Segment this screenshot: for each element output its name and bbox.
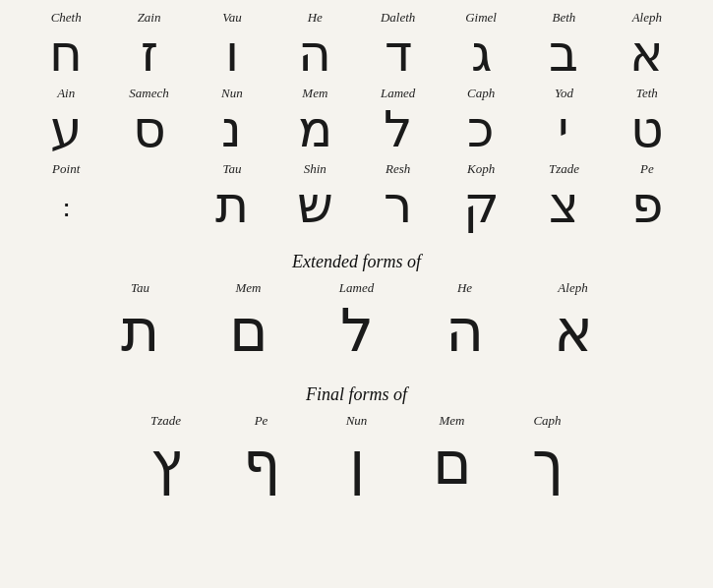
label-cheth: Cheth: [25, 10, 107, 26]
fin-glyph-pe: ף: [213, 429, 309, 500]
ext-glyph-tau: ת: [87, 296, 195, 367]
label-aleph: Aleph: [606, 10, 688, 26]
label-ain: Ain: [25, 86, 107, 101]
glyph-beth: ב: [522, 26, 605, 82]
row1-glyphs: ח ז ו ה ד ג ב א: [20, 26, 693, 82]
extended-title: Extended forms of: [20, 252, 693, 272]
final-labels: Tzade Pe Nun Mem Caph: [20, 413, 693, 429]
glyph-vau: ו: [191, 26, 273, 82]
label-mem: Mem: [273, 86, 356, 101]
label-teth: Teth: [606, 86, 688, 101]
label-resh: Resh: [357, 161, 440, 177]
label-koph: Koph: [440, 161, 522, 177]
ext-glyph-lamed: ל: [303, 296, 411, 367]
glyph-daleth: ד: [357, 26, 440, 82]
label-zain: Zain: [107, 10, 190, 26]
fin-label-nun: Nun: [309, 413, 404, 429]
ext-glyph-aleph: א: [519, 296, 627, 367]
glyph-tau: ת: [191, 177, 273, 233]
glyph-ain: ע: [25, 101, 107, 157]
ext-label-lamed: Lamed: [303, 280, 411, 296]
label-pe: Pe: [606, 161, 688, 177]
fin-glyph-mem: ם: [404, 429, 500, 500]
glyph-aleph: א: [606, 26, 688, 82]
ext-label-tau: Tau: [87, 280, 195, 296]
glyph-resh: ר: [357, 177, 440, 233]
label-samech: Samech: [107, 86, 190, 101]
label-gimel: Gimel: [440, 10, 522, 26]
glyph-shin: ש: [273, 177, 356, 233]
glyph-tzade: צ: [522, 177, 605, 233]
ext-label-he: He: [411, 280, 519, 296]
label-he1: He: [273, 10, 356, 26]
glyph-koph: ק: [440, 177, 522, 233]
label-shin: Shin: [273, 161, 356, 177]
fin-glyph-caph: ך: [500, 429, 595, 500]
final-title: Final forms of: [20, 384, 693, 405]
ext-label-mem: Mem: [195, 280, 303, 296]
glyph-point: ∶: [25, 186, 107, 226]
label-vau: Vau: [191, 10, 273, 26]
glyph-nun: נ: [191, 101, 273, 157]
fin-label-pe: Pe: [213, 413, 309, 429]
glyph-caph: כ: [440, 101, 522, 157]
glyph-lamed: ל: [357, 101, 440, 157]
fin-label-caph: Caph: [500, 413, 595, 429]
fin-label-tzade: Tzade: [118, 413, 213, 429]
fin-glyph-tzade: ץ: [118, 429, 213, 500]
extended-labels: Tau Mem Lamed He Aleph: [20, 280, 693, 296]
glyph-gimel: ג: [440, 26, 522, 82]
row1-labels: Cheth Zain Vau He Daleth Gimel Beth Alep…: [20, 10, 693, 26]
fin-label-mem: Mem: [404, 413, 500, 429]
label-nun: Nun: [191, 86, 273, 101]
glyph-teth: ט: [606, 101, 688, 157]
glyph-cheth: ח: [25, 26, 107, 82]
label-lamed: Lamed: [357, 86, 440, 101]
glyph-mem: מ: [273, 101, 356, 157]
label-tzade: Tzade: [522, 161, 605, 177]
label-daleth: Daleth: [357, 10, 440, 26]
row2-labels: Ain Samech Nun Mem Lamed Caph Yod Teth: [20, 86, 693, 101]
ext-glyph-mem: ם: [195, 296, 303, 367]
glyph-zain: ז: [107, 26, 190, 82]
label-yod: Yod: [522, 86, 605, 101]
glyph-he1: ה: [273, 26, 356, 82]
glyph-yod: י: [522, 101, 605, 157]
final-glyphs: ץ ף ן ם ך: [20, 429, 693, 500]
label-tau: Tau: [191, 161, 273, 177]
row3-glyphs: ∶ ת ש ר ק צ פ: [20, 177, 693, 233]
ext-label-aleph: Aleph: [519, 280, 627, 296]
ext-glyph-he: ה: [411, 296, 519, 367]
glyph-samech: ס: [107, 101, 190, 157]
label-caph: Caph: [440, 86, 522, 101]
fin-glyph-nun: ן: [309, 429, 404, 500]
label-point: Point: [25, 161, 107, 177]
row3-labels: Point Tau Shin Resh Koph Tzade Pe: [20, 161, 693, 177]
row2-glyphs: ע ס נ מ ל כ י ט: [20, 101, 693, 157]
glyph-pe: פ: [606, 177, 688, 233]
label-beth: Beth: [522, 10, 605, 26]
extended-glyphs: ת ם ל ה א: [20, 296, 693, 367]
